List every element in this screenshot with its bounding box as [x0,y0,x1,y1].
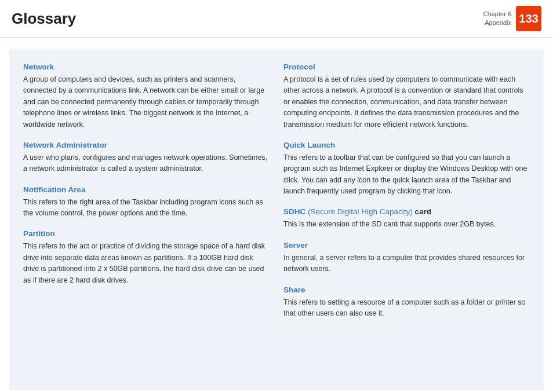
term-server: Server In general, a server refers to a … [283,241,530,275]
term-notification-area-body: This refers to the right area of the Tas… [23,197,270,219]
sdhc-middle: (Secure Digital High Capacity) [305,207,414,216]
term-network-administrator-body: A user who plans, configures and manages… [23,152,270,175]
term-sdhc-title: SDHC (Secure Digital High Capacity) card [283,207,530,216]
term-server-title: Server [283,241,530,250]
term-network: Network A group of computers and devices… [23,63,270,130]
page-badge: 133 [516,6,541,31]
term-quick-launch-body: This refers to a toolbar that can be con… [283,152,530,197]
term-partition-title: Partition [23,229,270,238]
term-protocol-body: A protocol is a set of rules used by com… [283,74,530,130]
page-title: Glossary [12,10,76,28]
term-partition: Partition This refers to the act or prac… [23,229,270,286]
chapter-label: Chapter 6 Appendix [483,10,511,28]
term-server-body: In general, a server refers to a compute… [283,252,530,275]
term-sdhc: SDHC (Secure Digital High Capacity) card… [283,207,530,230]
sdhc-bold: SDHC [283,207,305,216]
right-column: Protocol A protocol is a set of rules us… [283,63,530,376]
term-network-title: Network [23,63,270,71]
term-notification-area-title: Notification Area [23,185,270,194]
term-network-body: A group of computers and devices, such a… [23,74,270,130]
content-area: Network A group of computers and devices… [9,49,544,390]
term-notification-area: Notification Area This refers to the rig… [23,185,270,219]
header-right: Chapter 6 Appendix 133 [483,6,541,31]
term-quick-launch-title: Quick Launch [283,141,530,149]
term-quick-launch: Quick Launch This refers to a toolbar th… [283,141,530,197]
term-sdhc-body: This is the extension of the SD card tha… [283,219,530,230]
term-share-title: Share [283,285,530,294]
term-partition-body: This refers to the act or practice of di… [23,241,270,286]
term-protocol-title: Protocol [283,63,530,71]
term-share: Share This refers to setting a resource … [283,285,530,320]
term-share-body: This refers to setting a resource of a c… [283,297,530,320]
term-protocol: Protocol A protocol is a set of rules us… [283,63,530,130]
term-network-administrator: Network Administrator A user who plans, … [23,141,270,175]
left-column: Network A group of computers and devices… [23,63,270,376]
sdhc-end: card [415,207,432,216]
page-header: Glossary Chapter 6 Appendix 133 [0,0,553,38]
term-network-administrator-title: Network Administrator [23,141,270,149]
